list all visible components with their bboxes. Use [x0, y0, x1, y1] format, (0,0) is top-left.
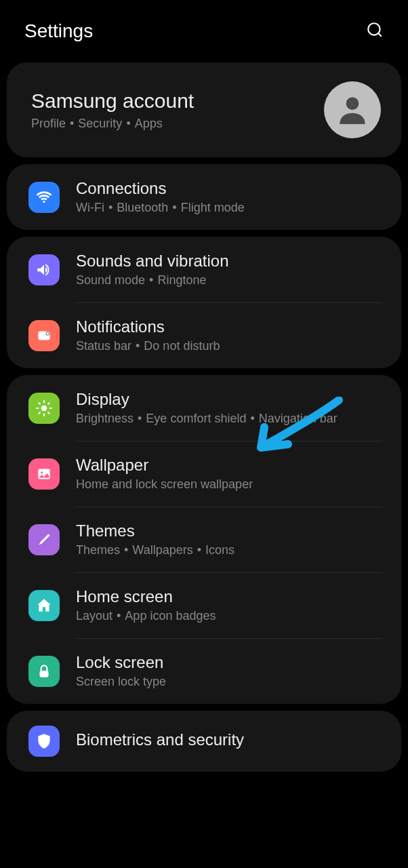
setting-item-lock[interactable]: Lock screen Screen lock type — [7, 638, 401, 704]
shield-icon — [28, 726, 60, 757]
person-icon — [333, 91, 371, 129]
setting-text: Notifications Status bar•Do not disturb — [76, 317, 382, 353]
avatar[interactable] — [324, 81, 381, 138]
setting-text: Lock screen Screen lock type — [76, 653, 382, 689]
setting-item-home[interactable]: Home screen Layout•App icon badges — [7, 572, 401, 638]
setting-text: Display Brightness•Eye comfort shield•Na… — [76, 390, 382, 426]
setting-subtitle: Status bar•Do not disturb — [76, 339, 382, 353]
svg-line-1 — [378, 33, 382, 37]
setting-subtitle: Wi-Fi•Bluetooth•Flight mode — [76, 201, 382, 215]
setting-subtitle: Brightness•Eye comfort shield•Navigation… — [76, 412, 382, 426]
samsung-account-card[interactable]: Samsung account Profile•Security•Apps — [7, 62, 401, 157]
setting-title: Lock screen — [76, 653, 382, 672]
brush-icon — [28, 524, 60, 555]
account-title: Samsung account — [31, 90, 324, 113]
setting-title: Wallpaper — [76, 456, 382, 475]
setting-text: Home screen Layout•App icon badges — [76, 587, 382, 623]
page-title: Settings — [24, 20, 93, 42]
svg-rect-9 — [40, 670, 49, 677]
setting-item-biometrics[interactable]: Biometrics and security — [7, 711, 401, 772]
setting-text: Sounds and vibration Sound mode•Ringtone — [76, 252, 382, 288]
svg-point-5 — [46, 332, 49, 334]
header: Settings — [0, 0, 408, 56]
sun-icon — [28, 393, 60, 424]
settings-group: Sounds and vibration Sound mode•Ringtone… — [7, 237, 401, 368]
svg-point-8 — [41, 471, 43, 473]
svg-point-6 — [41, 405, 47, 411]
setting-title: Connections — [76, 179, 382, 198]
account-sub-apps: Apps — [135, 117, 163, 130]
setting-item-notifications[interactable]: Notifications Status bar•Do not disturb — [7, 302, 401, 368]
svg-point-0 — [368, 23, 380, 35]
setting-item-connections[interactable]: Connections Wi-Fi•Bluetooth•Flight mode — [7, 164, 401, 230]
setting-text: Biometrics and security — [76, 730, 382, 752]
setting-text: Wallpaper Home and lock screen wallpaper — [76, 456, 382, 492]
setting-title: Display — [76, 390, 382, 409]
setting-text: Themes Themes•Wallpapers•Icons — [76, 521, 382, 557]
home-icon — [28, 590, 60, 621]
setting-title: Notifications — [76, 317, 382, 336]
speaker-icon — [28, 254, 60, 285]
setting-subtitle: Layout•App icon badges — [76, 609, 382, 623]
setting-subtitle: Home and lock screen wallpaper — [76, 477, 382, 492]
setting-item-sounds[interactable]: Sounds and vibration Sound mode•Ringtone — [7, 237, 401, 302]
setting-item-display[interactable]: Display Brightness•Eye comfort shield•Na… — [7, 375, 401, 441]
account-sub-security: Security — [78, 117, 122, 130]
svg-point-2 — [346, 97, 359, 110]
setting-item-themes[interactable]: Themes Themes•Wallpapers•Icons — [7, 507, 401, 572]
picture-icon — [28, 458, 60, 490]
wifi-icon — [28, 182, 60, 213]
settings-group: Biometrics and security — [7, 711, 401, 772]
setting-text: Connections Wi-Fi•Bluetooth•Flight mode — [76, 179, 382, 215]
settings-group: Display Brightness•Eye comfort shield•Na… — [7, 375, 401, 704]
setting-title: Biometrics and security — [76, 730, 382, 749]
setting-title: Sounds and vibration — [76, 252, 382, 271]
account-subtitle: Profile•Security•Apps — [31, 117, 324, 131]
setting-subtitle: Sound mode•Ringtone — [76, 273, 382, 288]
search-icon — [366, 21, 384, 39]
settings-group: Connections Wi-Fi•Bluetooth•Flight mode — [7, 164, 401, 230]
setting-title: Home screen — [76, 587, 382, 606]
account-text: Samsung account Profile•Security•Apps — [31, 90, 324, 131]
account-sub-profile: Profile — [31, 117, 66, 130]
setting-title: Themes — [76, 521, 382, 540]
notification-icon — [28, 320, 60, 351]
setting-subtitle: Screen lock type — [76, 675, 382, 689]
setting-subtitle: Themes•Wallpapers•Icons — [76, 543, 382, 557]
setting-item-wallpaper[interactable]: Wallpaper Home and lock screen wallpaper — [7, 441, 401, 507]
lock-icon — [28, 656, 60, 687]
search-button[interactable] — [366, 21, 384, 41]
